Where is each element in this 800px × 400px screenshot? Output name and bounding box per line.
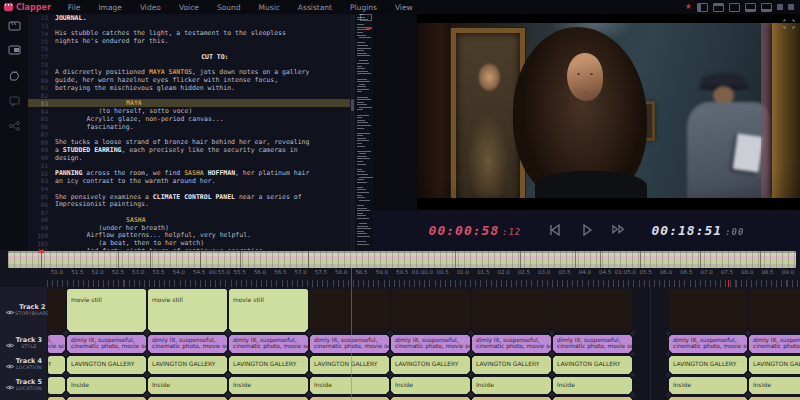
track-header-3[interactable]: Track 3STYLE: [0, 333, 47, 355]
layout-split-icon[interactable]: [745, 3, 756, 12]
layout-top-icon[interactable]: [713, 3, 724, 12]
video-preview[interactable]: [417, 14, 800, 210]
menu-item-music[interactable]: Music: [250, 3, 289, 12]
interior-cell[interactable]: Inside: [67, 377, 146, 394]
minimap-line: [357, 135, 363, 136]
interior-cell[interactable]: Inside: [553, 377, 632, 394]
menu-item-view[interactable]: View: [386, 3, 422, 12]
track-header-5[interactable]: Track 5LOCATION: [0, 375, 47, 396]
style-cell[interactable]: dimly lit, suspenseful, cinematic photo,…: [229, 335, 308, 353]
menu-item-video[interactable]: Video: [131, 3, 170, 12]
chat-icon[interactable]: [8, 95, 21, 107]
eye-icon[interactable]: [5, 355, 15, 374]
fullscreen-icon[interactable]: [783, 19, 795, 29]
interior-cell[interactable]: Inside: [391, 377, 470, 394]
menu-item-file[interactable]: File: [59, 3, 90, 12]
style-cell[interactable]: dimly lit, suspenseful, cinematic photo,…: [391, 335, 470, 353]
location-cell[interactable]: LAVINGTON GALLERY: [67, 356, 146, 374]
location-cell[interactable]: LAVINGTON GALLERY: [749, 356, 800, 374]
line-number: 89: [28, 146, 55, 153]
play-button[interactable]: [580, 224, 594, 236]
menu-item-plugins[interactable]: Plugins: [341, 3, 386, 12]
menu-right-icons: ★: [685, 3, 800, 12]
style-cell[interactable]: dimly lit, suspenseful, cinematic photo,…: [148, 335, 227, 353]
minimap-line: [357, 97, 368, 98]
app-logo[interactable]: Clapper: [0, 3, 59, 12]
storyboard-thumbnail[interactable]: [553, 289, 632, 332]
location-cell[interactable]: LAVINGTON GALLERY: [229, 356, 308, 374]
track6-cell[interactable]: [229, 397, 308, 400]
window-icon-2[interactable]: [788, 4, 794, 10]
style-cell[interactable]: dimly lit, suspenseful, cinematic photo,…: [749, 335, 800, 353]
location-cell[interactable]: LAVINGTON GALLERY: [148, 356, 227, 374]
interior-cell[interactable]: Inside: [148, 377, 227, 394]
style-cell[interactable]: dimly lit, suspenseful, cinematic photo,…: [67, 335, 146, 353]
location-cell[interactable]: LAVINGTON GALLERY: [310, 356, 389, 374]
track6-cell[interactable]: [148, 397, 227, 400]
editor-minimap[interactable]: [355, 14, 373, 250]
track6-cell[interactable]: [310, 397, 389, 400]
track6-cell[interactable]: [553, 397, 632, 400]
skip-start-button[interactable]: [548, 224, 562, 236]
track6-cell[interactable]: [669, 397, 747, 400]
interior-cell[interactable]: Inside: [669, 377, 747, 394]
track6-cell[interactable]: [749, 397, 800, 400]
timeline-overview[interactable]: [8, 251, 796, 268]
screenplay-editor-icon[interactable]: [8, 20, 21, 32]
assistant-icon[interactable]: [8, 70, 21, 82]
eye-icon[interactable]: [5, 301, 15, 320]
storyboard-thumbnail[interactable]: [48, 289, 65, 332]
timeline-ruler[interactable]: 51.051.552.052.553.053.554.054.500:55.05…: [0, 268, 800, 280]
location-cell[interactable]: LAVINGTON GALLERY: [472, 356, 551, 374]
timeline-playhead[interactable]: [351, 268, 352, 400]
track-header-2[interactable]: Track 2STORYBOARD: [0, 287, 47, 334]
location-cell[interactable]: LAVINGTON GALLERY: [391, 356, 470, 374]
storyboard-thumbnail[interactable]: [669, 289, 747, 332]
fast-forward-button[interactable]: [612, 224, 626, 236]
notification-icon[interactable]: ★: [685, 3, 692, 11]
track-header-4[interactable]: Track 4LOCATION: [0, 354, 47, 376]
storyboard-thumbnail[interactable]: [749, 289, 800, 332]
screenplay-editor[interactable]: 72JOURNAL.7374His stubble catches the li…: [28, 14, 350, 250]
menu-item-assistant[interactable]: Assistant: [289, 3, 341, 12]
workflow-icon[interactable]: [8, 120, 21, 132]
editor-scrollbar-thumb[interactable]: [351, 99, 354, 111]
storyboard-thumbnail[interactable]: [310, 289, 389, 332]
track6-cell[interactable]: [472, 397, 551, 400]
minimap-line: [357, 156, 367, 157]
interior-cell[interactable]: Inside: [229, 377, 308, 394]
style-cell[interactable]: dimly lit, suspenseful, cinematic photo,…: [669, 335, 747, 353]
ruler-label: 51.5: [71, 269, 83, 275]
menu-item-sound[interactable]: Sound: [208, 3, 250, 12]
location-cell[interactable]: LAVINGTON GALLERY: [48, 356, 65, 374]
layout-bottom-icon[interactable]: [761, 3, 772, 12]
menu-item-image[interactable]: Image: [89, 3, 131, 12]
screens-icon[interactable]: [8, 45, 21, 57]
storyboard-thumbnail[interactable]: [472, 289, 551, 332]
interior-cell[interactable]: Inside: [310, 377, 389, 394]
track6-cell[interactable]: [67, 397, 146, 400]
style-cell[interactable]: dimly lit, suspenseful, cinematic photo,…: [310, 335, 389, 353]
storyboard-thumbnail[interactable]: [391, 289, 470, 332]
overview-playhead[interactable]: [41, 250, 42, 268]
style-cell[interactable]: dimly lit, suspenseful, cinematic photo,…: [553, 335, 632, 353]
eye-icon[interactable]: [5, 334, 15, 353]
style-cell[interactable]: dimly lit, suspenseful, cinematic photo,…: [472, 335, 551, 353]
location-cell[interactable]: LAVINGTON GALLERY: [553, 356, 632, 374]
interior-cell[interactable]: Inside: [48, 377, 65, 394]
window-icon-1[interactable]: [777, 4, 783, 10]
line-number: 80: [28, 77, 55, 84]
location-cell[interactable]: LAVINGTON GALLERY: [669, 356, 747, 374]
eye-icon[interactable]: [5, 376, 15, 395]
track6-cell[interactable]: [391, 397, 470, 400]
storyboard-cell[interactable]: movie still: [67, 289, 146, 332]
interior-cell[interactable]: Inside: [749, 377, 800, 394]
storyboard-cell[interactable]: movie still: [229, 289, 308, 332]
style-cell[interactable]: dimly lit, suspenseful, cinematic photo,…: [48, 335, 65, 353]
interior-cell[interactable]: Inside: [472, 377, 551, 394]
track-header-6[interactable]: Track 6: [0, 395, 47, 400]
storyboard-cell[interactable]: movie still: [148, 289, 227, 332]
layout-left-icon[interactable]: [697, 3, 708, 12]
layout-full-icon[interactable]: [729, 3, 740, 12]
menu-item-voice[interactable]: Voice: [170, 3, 208, 12]
